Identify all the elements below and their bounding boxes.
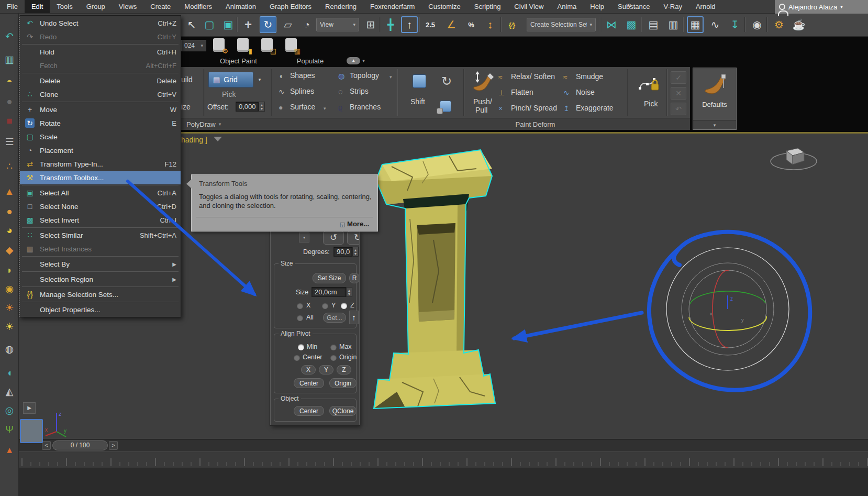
menu-overflow-chevron[interactable]: » [622,0,637,9]
script-macro-open-icon[interactable]: ▮ [236,38,251,53]
named-selection-set-dropdown[interactable]: Create Selection Set▾ [527,18,596,31]
ribbon-collapse-button[interactable]: ▲ [347,57,360,64]
next-frame-button[interactable]: > [109,441,118,450]
edit-menu-item-select-by[interactable]: Select By▶ [20,257,181,271]
set-size-button[interactable]: Set Size [313,273,346,283]
render-teapot-icon[interactable]: ☕ [791,16,807,33]
material-editor-icon[interactable]: ◉ [749,16,765,33]
menubar-item-customize[interactable]: Customize [421,0,467,13]
shift-rotate-icon[interactable]: ↻ [439,73,454,89]
pick-constraint-icon[interactable] [638,73,662,94]
align-icon[interactable]: ▩ [623,16,640,33]
tooltip-more-link[interactable]: ◱More... [340,220,369,228]
qclone-button[interactable]: QClone [329,406,357,416]
flame-icon[interactable]: ▴ [0,445,19,455]
pinch-spread-tool[interactable]: Pinch/ Spread [511,104,557,112]
edit-menu-item-transform-type-in[interactable]: ⇄Transform Type-In...F12 [20,157,181,171]
rotation-gizmo[interactable]: z x y [649,229,811,392]
topology-tool[interactable]: Topology [350,71,379,80]
select-object-icon[interactable]: ↖ [183,16,200,33]
edit-menu-item-scale[interactable]: ▢Scale [20,130,181,144]
previous-frame-button[interactable]: < [42,441,51,450]
pear-icon[interactable]: ◗ [0,265,19,275]
list-icon[interactable]: ☰ [0,137,19,147]
select-and-scale-icon[interactable]: ▱ [280,16,296,33]
push-pull-label2[interactable]: Pull [475,106,487,114]
viewport-layout-icon[interactable]: ▥ [0,54,19,65]
gem-icon[interactable]: ◆ [0,245,19,256]
size-y-radio[interactable] [322,303,328,309]
undo-icon[interactable]: ↶ [0,31,19,42]
render-setup-icon[interactable]: ⚙ [771,16,787,33]
spinner-snap-icon[interactable]: ↕ [482,16,498,33]
sail-icon[interactable]: ◭ [0,387,19,397]
pressed-tool-button[interactable] [20,419,43,443]
shift-move-icon[interactable] [413,74,426,88]
surface-tool[interactable]: Surface [290,103,315,111]
pie-icon[interactable]: ◕ [0,225,19,236]
edit-menu-item-select-instances[interactable]: ▦Select Instances [20,242,181,256]
degrees-field[interactable]: 90,0 [333,247,352,257]
smudge-tool[interactable]: Smudge [576,72,603,81]
rotate-cw-button[interactable]: ↻ [347,231,360,245]
pick-label[interactable]: Pick [222,90,236,98]
pivot-origin-button[interactable]: Origin [329,378,357,388]
cancel-button[interactable]: ✕ [671,87,686,100]
edit-menu-item-selection-region[interactable]: Selection Region▶ [20,272,181,286]
flatten-tool[interactable]: Flatten [511,88,533,96]
cone-icon[interactable]: ▲ [0,186,19,197]
menubar-item-views[interactable]: Views [112,0,143,13]
chevron-down-icon[interactable]: ▾ [324,105,326,112]
edit-menu-item-manage-selection-sets[interactable]: {∕}Manage Selection Sets... [20,288,181,301]
size-all-radio[interactable] [297,315,303,321]
user-account[interactable]: Alejandro Alaiza ▾ [775,0,868,14]
edit-menu-item-select-all[interactable]: ▣Select AllCtrl+A [20,186,181,200]
size-up-button[interactable]: ↑ [349,311,359,324]
menubar-item-edit[interactable]: Edit [25,0,50,13]
expand-toolbar-button[interactable]: ▶ [23,402,36,414]
rectangular-selection-icon[interactable]: ▢ [201,16,218,33]
scene-explorer-icon[interactable]: ▤ [645,16,662,33]
window-crossing-icon[interactable]: ▣ [220,16,237,33]
menubar-item-modifiers[interactable]: Modifiers [177,0,219,13]
schematic-view-icon[interactable]: ↧ [727,16,743,33]
edit-menu-item-rotate[interactable]: ↻RotateE [20,116,181,130]
pivot-y-button[interactable]: Y [319,365,333,374]
select-and-rotate-icon[interactable]: ↻ [260,16,276,33]
splines-tool[interactable]: Splines [290,87,314,95]
snaps-toggle-icon[interactable]: 2.5 [422,16,439,33]
tab-populate[interactable]: Populate [287,57,333,65]
menubar-item-file[interactable]: File [0,0,25,13]
push-pull-brush-icon[interactable] [470,70,494,96]
menubar-item-animation[interactable]: Animation [219,0,263,13]
branches-tool[interactable]: Branches [350,103,381,111]
exaggerate-tool[interactable]: Exaggerate [576,104,614,112]
edit-menu-item-move[interactable]: +MoveW [20,103,181,116]
ribbon-toggle-icon[interactable]: ▦ [687,16,704,33]
viewport-shading-label[interactable]: hading ] [181,136,207,144]
curve-editor-icon[interactable]: ∿ [707,16,724,33]
offset-field[interactable]: 0,000 [236,102,259,112]
chevron-down-icon[interactable]: ▾ [362,58,365,63]
commit-button[interactable]: ✓ [671,71,686,84]
menubar-item-civil-view[interactable]: Civil View [507,0,550,13]
track-bar-ruler[interactable] [19,451,868,468]
bug-icon[interactable]: ◉ [0,284,19,294]
edit-menu-item-transform-toolbox[interactable]: ⚒Transform Toolbox... [20,171,181,184]
paint-deform-panel-label[interactable]: Paint Deform [381,118,690,130]
mirror-icon[interactable]: ⋈ [603,16,620,33]
script-macro-edit-icon[interactable]: ▤ [260,38,275,53]
push-pull-label[interactable]: Push/ [473,97,492,106]
edit-named-selections-icon[interactable]: {∕} [504,16,520,33]
size-x-radio[interactable] [297,303,303,309]
pivot-min-radio[interactable] [298,344,304,350]
menubar-item-anima[interactable]: Anima [550,0,583,13]
grass-icon[interactable]: Ψ [0,424,19,435]
pivot-max-radio[interactable] [330,344,337,350]
pivot-center-button[interactable]: Center [294,378,324,388]
filter-funnel-icon[interactable] [214,137,222,141]
reference-coordinate-dropdown[interactable]: View▾ [316,18,359,31]
time-slider[interactable]: 0 / 100 [52,440,108,450]
rotate-ccw-button[interactable]: ↺ [323,231,344,245]
box-icon[interactable]: ■ [0,116,19,126]
